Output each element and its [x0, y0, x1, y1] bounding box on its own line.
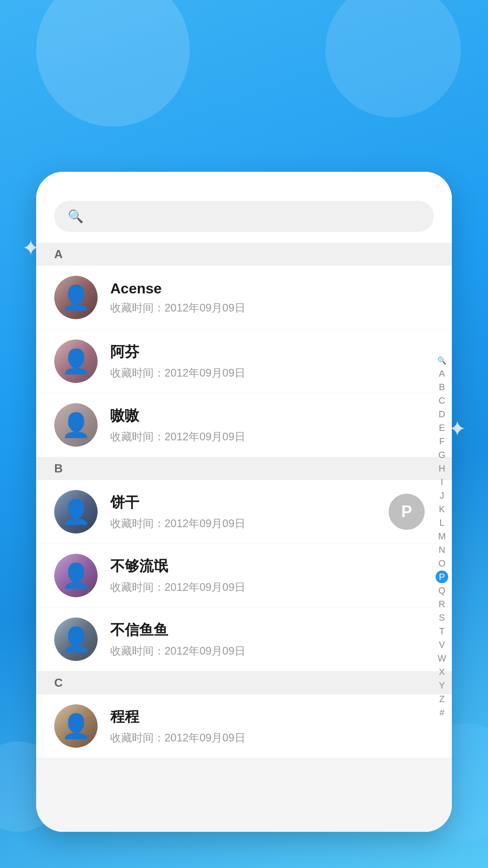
alpha-item[interactable]: Z	[436, 693, 448, 705]
contact-info: Acense收藏时间：2012年09月09日	[110, 280, 434, 315]
section-header-A: A	[36, 243, 452, 266]
avatar-face: 👤	[54, 490, 98, 533]
background: ✦ ✦ 🔍 A👤Acense	[0, 0, 488, 868]
alpha-item[interactable]: G	[436, 448, 448, 461]
avatar: 👤	[54, 403, 98, 447]
alpha-item[interactable]: H	[436, 462, 448, 475]
avatar-face: 👤	[54, 554, 98, 597]
alpha-item[interactable]: N	[436, 543, 448, 556]
alpha-item[interactable]: A	[436, 367, 448, 380]
avatar: 👤	[54, 554, 98, 597]
alpha-item[interactable]: W	[436, 652, 448, 665]
contact-name: 不够流氓	[110, 557, 434, 576]
contact-info: 程程收藏时间：2012年09月09日	[110, 707, 434, 745]
section-header-B: B	[36, 457, 452, 480]
search-bar[interactable]: 🔍	[54, 201, 434, 232]
contact-item[interactable]: 👤程程收藏时间：2012年09月09日	[36, 694, 452, 758]
alpha-item[interactable]: Q	[436, 584, 448, 597]
contact-info: 不信鱼鱼收藏时间：2012年09月09日	[110, 620, 434, 658]
alpha-item[interactable]: M	[436, 530, 448, 542]
contact-name: Acense	[110, 280, 434, 297]
contact-name: 不信鱼鱼	[110, 620, 434, 640]
alpha-item[interactable]: B	[436, 381, 448, 393]
avatar: 👤	[54, 340, 98, 383]
section-header-C: C	[36, 671, 452, 694]
top-bar	[36, 172, 452, 193]
contact-item[interactable]: 👤不够流氓收藏时间：2012年09月09日	[36, 544, 452, 608]
contact-name: 程程	[110, 707, 434, 727]
header-section	[0, 54, 488, 63]
contact-date: 收藏时间：2012年09月09日	[110, 731, 434, 745]
bg-circle-1	[36, 0, 190, 127]
avatar-face: 👤	[54, 340, 98, 383]
avatar-face: 👤	[54, 403, 98, 447]
alpha-item[interactable]: T	[436, 625, 448, 637]
contact-item[interactable]: 👤不信鱼鱼收藏时间：2012年09月09日	[36, 608, 452, 671]
alphabet-index: 🔍ABCDEFGHIJKLMNOPQRSTVWXYZ#	[436, 243, 448, 832]
contact-date: 收藏时间：2012年09月09日	[110, 516, 389, 531]
contact-info: 饼干收藏时间：2012年09月09日	[110, 493, 389, 531]
alpha-item[interactable]: D	[436, 408, 448, 420]
contact-item[interactable]: 👤嗷嗷收藏时间：2012年09月09日	[36, 393, 452, 457]
alpha-item[interactable]: C	[436, 394, 448, 407]
avatar: 👤	[54, 704, 98, 748]
alpha-item[interactable]: L	[436, 516, 448, 529]
app-content: 🔍 A👤Acense收藏时间：2012年09月09日👤阿芬收藏时间：2012年0…	[36, 172, 452, 832]
avatar-face: 👤	[54, 618, 98, 661]
contact-name: 饼干	[110, 493, 389, 513]
alpha-item[interactable]: V	[436, 638, 448, 651]
contact-list[interactable]: A👤Acense收藏时间：2012年09月09日👤阿芬收藏时间：2012年09月…	[36, 243, 452, 832]
contact-info: 阿芬收藏时间：2012年09月09日	[110, 342, 434, 380]
alpha-item[interactable]: I	[436, 476, 448, 488]
search-bar-wrapper: 🔍	[36, 193, 452, 243]
contact-item[interactable]: 👤饼干收藏时间：2012年09月09日P	[36, 480, 452, 544]
p-badge: P	[389, 494, 425, 530]
avatar: 👤	[54, 276, 98, 319]
contact-date: 收藏时间：2012年09月09日	[110, 580, 434, 594]
avatar: 👤	[54, 618, 98, 661]
contact-info: 嗷嗷收藏时间：2012年09月09日	[110, 406, 434, 444]
alpha-item[interactable]: P	[436, 571, 448, 583]
contact-date: 收藏时间：2012年09月09日	[110, 429, 434, 444]
alpha-item[interactable]: K	[436, 503, 448, 515]
alpha-item[interactable]: J	[436, 489, 448, 502]
avatar-face: 👤	[54, 704, 98, 748]
contact-item[interactable]: 👤阿芬收藏时间：2012年09月09日	[36, 330, 452, 393]
phone-mockup: 🔍 A👤Acense收藏时间：2012年09月09日👤阿芬收藏时间：2012年0…	[36, 172, 452, 832]
alpha-item[interactable]: 🔍	[436, 356, 448, 366]
contact-name: 嗷嗷	[110, 406, 434, 426]
contact-date: 收藏时间：2012年09月09日	[110, 366, 434, 380]
alpha-item[interactable]: F	[436, 435, 448, 448]
alpha-item[interactable]: O	[436, 557, 448, 570]
alpha-item[interactable]: S	[436, 611, 448, 624]
avatar: 👤	[54, 490, 98, 533]
contact-info: 不够流氓收藏时间：2012年09月09日	[110, 557, 434, 594]
avatar-face: 👤	[54, 276, 98, 319]
contact-date: 收藏时间：2012年09月09日	[110, 301, 434, 315]
alpha-item[interactable]: X	[436, 665, 448, 678]
contact-date: 收藏时间：2012年09月09日	[110, 644, 434, 658]
contact-name: 阿芬	[110, 342, 434, 362]
search-icon: 🔍	[68, 209, 84, 224]
alpha-item[interactable]: E	[436, 421, 448, 434]
contact-item[interactable]: 👤Acense收藏时间：2012年09月09日	[36, 266, 452, 330]
alpha-item[interactable]: Y	[436, 679, 448, 692]
alpha-item[interactable]: R	[436, 598, 448, 610]
alpha-item[interactable]: #	[436, 706, 448, 719]
